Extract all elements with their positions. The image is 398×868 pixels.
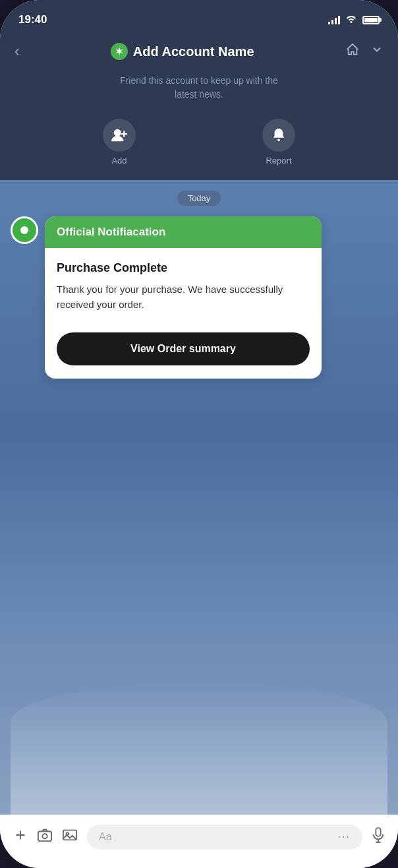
- action-row: Add Report: [0, 113, 398, 180]
- svg-point-7: [42, 834, 47, 838]
- subtitle-bar: Friend this account to keep up with thel…: [0, 71, 398, 113]
- notification-body: Purchase Complete Thank you for your pur…: [45, 248, 322, 379]
- status-time: 19:40: [18, 13, 47, 26]
- add-label: Add: [111, 156, 127, 166]
- phone-frame: 19:40 ‹ ✶ Add Account Name: [0, 0, 398, 868]
- back-button[interactable]: ‹: [14, 43, 19, 60]
- nav-right-icons: [345, 42, 384, 61]
- svg-rect-10: [376, 828, 380, 836]
- notification-header: Official Notifiacation: [45, 216, 322, 248]
- avatar-inner: [20, 226, 28, 234]
- image-icon[interactable]: [62, 828, 78, 846]
- add-action[interactable]: Add: [103, 119, 136, 166]
- svg-rect-3: [277, 139, 280, 142]
- svg-rect-6: [38, 832, 51, 842]
- message-row: Official Notifiacation Purchase Complete…: [11, 216, 387, 379]
- message-input[interactable]: Aa ···: [87, 824, 362, 850]
- notification-card: Official Notifiacation Purchase Complete…: [45, 216, 322, 379]
- input-placeholder: Aa: [99, 831, 112, 843]
- wifi-icon: [345, 14, 357, 26]
- view-order-button[interactable]: View Order summary: [57, 332, 310, 365]
- notification-title: Purchase Complete: [57, 261, 310, 275]
- chat-date-badge: Today: [177, 191, 221, 206]
- chat-area: Today Official Notifiacation Purchase Co…: [0, 180, 398, 815]
- report-label: Report: [266, 156, 291, 166]
- home-icon[interactable]: [345, 42, 360, 61]
- status-bar: 19:40: [0, 0, 398, 36]
- sky-spacer: [11, 387, 387, 815]
- camera-icon[interactable]: [37, 828, 53, 846]
- report-action[interactable]: Report: [262, 119, 295, 166]
- report-bell-icon: [262, 119, 295, 152]
- avatar: [11, 216, 38, 244]
- notification-header-text: Official Notifiacation: [57, 226, 165, 238]
- subtitle-text: Friend this account to keep up with thel…: [26, 74, 372, 102]
- microphone-icon[interactable]: [372, 827, 385, 847]
- cloud-shape: [11, 683, 387, 815]
- status-icons: [328, 14, 380, 26]
- nav-title-text: Add Account Name: [133, 44, 254, 59]
- svg-point-0: [114, 129, 121, 137]
- account-star-icon: ✶: [111, 43, 128, 60]
- chevron-down-icon[interactable]: [370, 43, 384, 60]
- bottom-toolbar: Aa ···: [0, 815, 398, 868]
- more-options-dots[interactable]: ···: [338, 831, 351, 843]
- add-friend-icon: [103, 119, 136, 152]
- nav-title-group: ✶ Add Account Name: [111, 43, 254, 60]
- notification-message: Thank you for your purchase. We have suc…: [57, 282, 310, 313]
- battery-icon: [362, 16, 380, 24]
- plus-icon[interactable]: [13, 828, 28, 846]
- signal-icon: [328, 15, 340, 24]
- top-nav: ‹ ✶ Add Account Name: [0, 36, 398, 71]
